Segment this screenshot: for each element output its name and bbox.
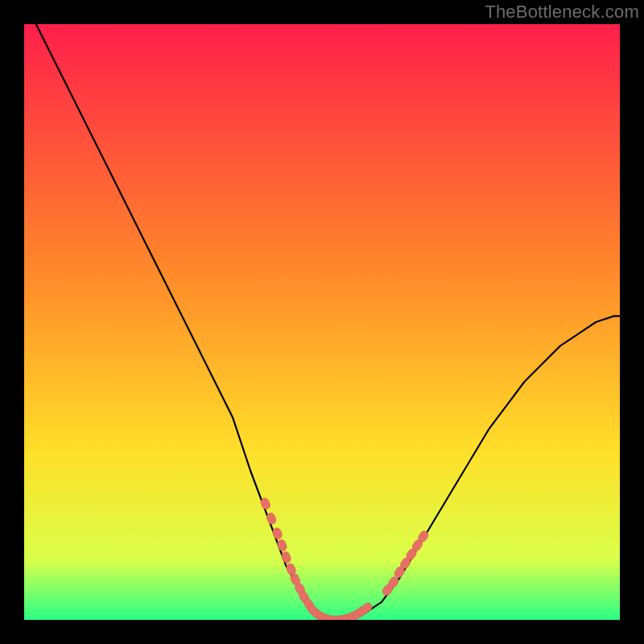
chart-svg [24, 24, 620, 620]
gradient-background [24, 24, 620, 620]
plot-area [24, 24, 620, 620]
watermark-text: TheBottleneck.com [485, 2, 639, 23]
chart-container: TheBottleneck.com [0, 0, 644, 644]
